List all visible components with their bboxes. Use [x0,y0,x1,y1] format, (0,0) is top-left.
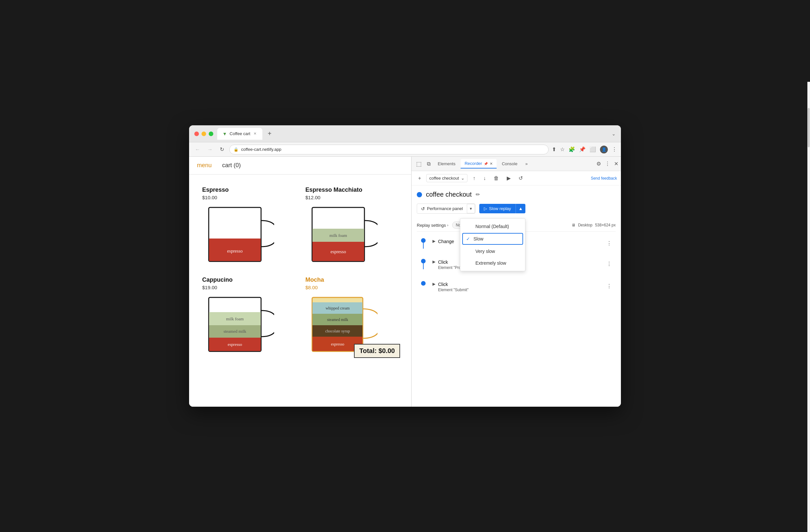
play-recording-button[interactable]: ▶ [504,174,513,182]
espresso-name: Espresso [202,187,295,193]
macchiato-price: $12.00 [306,195,399,200]
speed-normal-item[interactable]: Normal (Default) [460,221,525,232]
undo-recording-button[interactable]: ↺ [516,174,525,182]
avatar[interactable]: 👤 [600,146,608,154]
recording-select-label: coffee checkout [429,176,459,181]
replay-settings-button[interactable]: Replay settings › [417,223,448,228]
cart-nav-item[interactable]: cart (0) [222,161,241,170]
recording-title: coffee checkout [426,191,472,198]
svg-text:espresso: espresso [227,249,242,254]
edit-title-icon[interactable]: ✏ [476,191,480,198]
mocha-price: $8.00 [306,285,399,290]
speed-slow-item[interactable]: ✓ Slow [462,233,523,245]
slow-replay-dropdown-button[interactable]: ▲ [516,204,525,213]
address-text: coffee-cart.netlify.app [241,147,544,152]
espresso-mug[interactable]: espresso [202,204,274,265]
add-recording-button[interactable]: + [416,174,424,182]
cappucino-price: $19.00 [202,285,295,290]
slow-replay-button[interactable]: ▷ Slow replay [479,204,516,213]
svg-text:espresso: espresso [228,342,242,347]
svg-text:whipped cream: whipped cream [325,306,350,310]
recording-select[interactable]: coffee checkout ⌄ [426,174,468,182]
timeline-detail-2: Element "Submit" [438,288,603,292]
devtools-tabs: ⬚ ⧉ Elements Recorder 📌 ✕ Console » ⚙ ⋮ … [411,157,621,171]
speed-very-slow-item[interactable]: Very slow [460,245,525,257]
export-recording-button[interactable]: ↑ [470,174,478,182]
timeline-dot-1 [421,259,426,263]
menu-nav-item[interactable]: menu [197,161,212,170]
browser-menu-icon[interactable]: ⋮ [612,146,617,152]
svg-text:milk foam: milk foam [226,317,244,321]
webpage-nav: menu cart (0) [189,157,411,175]
recording-indicator [417,192,422,197]
extension-icon[interactable]: 🧩 [569,146,575,152]
espresso-macchiato-item: Espresso Macchiato $12.00 milk foam espr… [300,181,404,271]
devtools-recording-toolbar: + coffee checkout ⌄ ↑ ↓ 🗑 ▶ ↺ Send feedb… [411,171,621,186]
refresh-button[interactable]: ↻ [218,145,226,154]
speed-extremely-slow-item[interactable]: Extremely slow [460,257,525,269]
tab-title: Coffee cart [230,131,250,136]
devtools-close-icon[interactable]: ✕ [614,161,618,167]
timeline-row-2: ▶ Click Element "Submit" ⋮ [430,280,616,294]
svg-text:espresso: espresso [330,249,346,254]
elements-tab[interactable]: Elements [434,159,459,168]
timeline-more-2[interactable]: ⋮ [605,282,613,291]
delete-recording-button[interactable]: 🗑 [491,174,502,182]
minimize-traffic-light[interactable] [201,131,206,136]
macchiato-mug[interactable]: milk foam espresso [306,204,377,265]
back-button[interactable]: ← [193,145,202,154]
timeline-more-0[interactable]: ⋮ [605,239,613,248]
detach-icon[interactable]: ⧉ [425,160,433,168]
performance-panel-button[interactable]: ↺ Performance panel [417,204,467,213]
tab-bar: ▼ Coffee cart ✕ + ⌄ [217,128,616,140]
title-bar: ▼ Coffee cart ✕ + ⌄ [189,125,621,142]
slow-replay-icon: ▷ [484,206,487,211]
close-traffic-light[interactable] [194,131,199,136]
address-input[interactable]: 🔒 coffee-cart.netlify.app [229,145,549,155]
devtools-more-icon[interactable]: ⋮ [605,161,610,167]
perf-panel-label: Performance panel [427,206,463,211]
svg-text:espresso: espresso [331,342,344,346]
send-feedback-link[interactable]: Send feedback [591,176,617,181]
timeline-more-1[interactable]: ⋮ [605,259,613,268]
recorder-content: coffee checkout ✏ ↺ Performance panel ▾ [411,186,621,407]
inspect-mode-icon[interactable]: ⬚ [414,159,424,169]
more-tabs-icon[interactable]: » [523,160,530,167]
env-info: 🖥 Desktop 538×624 px [571,223,616,227]
slow-checkmark: ✓ [466,236,470,241]
speed-very-slow-label: Very slow [475,249,495,254]
recorder-tab-close-icon[interactable]: ✕ [490,162,493,165]
settings-icon[interactable]: ⚙ [596,161,601,167]
timeline-connector-0 [423,243,424,249]
performance-panel-dropdown-button[interactable]: ▾ [467,204,475,213]
recording-select-dropdown-icon: ⌄ [461,176,465,181]
mocha-name: Mocha [306,276,399,283]
active-tab[interactable]: ▼ Coffee cart ✕ [217,128,262,140]
webpage: menu cart (0) Espresso $10.00 espresso [189,157,411,407]
forward-button[interactable]: → [206,145,215,154]
speed-slow-label: Slow [473,236,483,241]
cappucino-mug[interactable]: milk foam steamed milk espresso [202,294,274,355]
tab-overflow-icon[interactable]: ⌄ [612,131,616,136]
console-tab[interactable]: Console [498,159,521,168]
settings-chevron-icon: › [447,224,448,227]
tab-close-button[interactable]: ✕ [253,131,257,136]
new-tab-button[interactable]: + [265,130,274,138]
share-icon[interactable]: ⬆ [552,146,556,152]
screenshot-icon[interactable]: ⬜ [589,146,596,152]
timeline-expand-1[interactable]: ▶ [433,259,435,264]
controls-row: ↺ Performance panel ▾ ▷ Slow replay ▲ [417,204,616,214]
perf-panel-icon: ↺ [421,206,425,211]
timeline-expand-2[interactable]: ▶ [433,282,435,286]
bookmark-icon[interactable]: ☆ [560,146,565,152]
mocha-item: Mocha $8.00 whipped cream steamed milk [300,271,404,361]
timeline-expand-0[interactable]: ▶ [433,239,435,243]
recorder-tab[interactable]: Recorder 📌 ✕ [460,159,497,168]
replay-settings-label: Replay settings [417,223,446,228]
import-recording-button[interactable]: ↓ [481,174,488,182]
address-bar: ← → ↻ 🔒 coffee-cart.netlify.app ⬆ ☆ 🧩 📌 … [189,142,621,157]
pin-icon[interactable]: 📌 [579,146,586,152]
coffee-grid: Espresso $10.00 espresso Espresso Macchi [189,175,411,368]
svg-text:milk foam: milk foam [329,233,347,238]
maximize-traffic-light[interactable] [209,131,213,136]
